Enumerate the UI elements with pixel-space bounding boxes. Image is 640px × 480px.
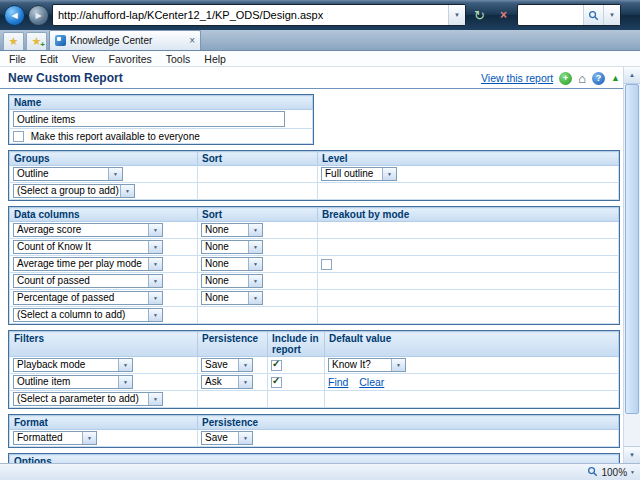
scroll-top-icon[interactable]: ▲ bbox=[611, 74, 620, 83]
refresh-icon: ↻ bbox=[474, 8, 485, 23]
zoom-control[interactable]: 100% ▼ bbox=[587, 463, 635, 480]
options-header: Options bbox=[10, 455, 619, 464]
home-icon[interactable]: ⌂ bbox=[578, 72, 586, 85]
back-icon: ◀ bbox=[11, 11, 17, 20]
column-select-2[interactable]: Count of Know It▼ bbox=[13, 240, 163, 254]
filter-row: Playback mode▼ Save▼ ✓ Know It?▼ bbox=[10, 357, 619, 374]
filter-row: Outline item▼ Ask▼ ✓ Find Clear bbox=[10, 374, 619, 391]
page-content: New Custom Report View this report + ⌂ ?… bbox=[0, 67, 640, 463]
data-columns-section: Data columns Sort Breakout by mode Avera… bbox=[8, 206, 620, 325]
column-select-3[interactable]: Average time per play mode▼ bbox=[13, 257, 163, 271]
browser-titlebar: ◀ ▶ http://ahufford-lap/KCenter12_1/KP_O… bbox=[0, 0, 640, 30]
add-report-icon[interactable]: + bbox=[559, 72, 572, 85]
format-section: Format Persistence Formatted▼ Save▼ bbox=[8, 414, 620, 448]
url-text: http://ahufford-lap/KCenter12_1/KP_ODS/D… bbox=[58, 9, 448, 21]
clear-link[interactable]: Clear bbox=[359, 376, 384, 388]
format-select[interactable]: Formatted▼ bbox=[13, 431, 97, 445]
filter-select-1[interactable]: Playback mode▼ bbox=[13, 358, 133, 372]
chevron-down-icon: ▼ bbox=[148, 309, 162, 321]
breakout-header: Breakout by mode bbox=[318, 208, 619, 222]
chevron-down-icon: ▼ bbox=[148, 241, 162, 253]
menu-file[interactable]: File bbox=[2, 53, 33, 65]
refresh-button[interactable]: ↻ bbox=[469, 5, 490, 26]
persistence-select-2[interactable]: Ask▼ bbox=[201, 375, 253, 389]
search-box[interactable]: ▼ bbox=[517, 4, 621, 26]
filter-select-2[interactable]: Outline item▼ bbox=[13, 375, 133, 389]
sort-select-4[interactable]: None▼ bbox=[201, 274, 263, 288]
format-persistence-header: Persistence bbox=[198, 416, 619, 430]
menu-help[interactable]: Help bbox=[197, 53, 233, 65]
chevron-down-icon: ▼ bbox=[248, 275, 262, 287]
add-parameter-row: (Select a parameter to add)▼ bbox=[10, 391, 619, 408]
chevron-down-icon: ▼ bbox=[108, 168, 122, 180]
include-checkbox-1[interactable]: ✓ bbox=[271, 360, 282, 371]
stop-button[interactable]: × bbox=[493, 5, 514, 26]
persistence-select-1[interactable]: Save▼ bbox=[201, 358, 253, 372]
tab-knowledge-center[interactable]: Knowledge Center × bbox=[49, 30, 201, 50]
forward-button[interactable]: ▶ bbox=[28, 5, 49, 26]
format-persistence-select[interactable]: Save▼ bbox=[201, 431, 253, 445]
format-header: Format bbox=[10, 416, 198, 430]
search-icon[interactable] bbox=[583, 5, 603, 25]
zoom-level: 100% bbox=[601, 467, 627, 478]
breakout-checkbox[interactable]: ✓ bbox=[321, 259, 332, 270]
filters-header: Filters bbox=[10, 332, 198, 357]
help-icon[interactable]: ? bbox=[592, 72, 605, 85]
include-checkbox-2[interactable]: ✓ bbox=[271, 377, 282, 388]
menu-tools[interactable]: Tools bbox=[159, 53, 198, 65]
tab-close-icon[interactable]: × bbox=[189, 36, 195, 46]
level-select[interactable]: Full outline▼ bbox=[321, 167, 397, 181]
scroll-up-icon[interactable]: ▲ bbox=[624, 67, 640, 84]
groups-level-header: Level bbox=[318, 152, 619, 166]
column-select-1[interactable]: Average score▼ bbox=[13, 223, 163, 237]
view-report-link[interactable]: View this report bbox=[481, 72, 553, 84]
menu-bar: File Edit View Favorites Tools Help bbox=[0, 51, 640, 67]
scrollbar-thumb[interactable] bbox=[625, 84, 639, 414]
chevron-down-icon: ▼ bbox=[248, 241, 262, 253]
scroll-down-icon[interactable]: ▼ bbox=[624, 446, 640, 463]
chevron-down-icon: ▼ bbox=[148, 275, 162, 287]
tab-title: Knowledge Center bbox=[70, 35, 185, 46]
column-select-5[interactable]: Percentage of passed▼ bbox=[13, 291, 163, 305]
group-select[interactable]: Outline▼ bbox=[13, 167, 123, 181]
address-bar[interactable]: http://ahufford-lap/KCenter12_1/KP_ODS/D… bbox=[52, 4, 466, 26]
status-bar: 100% ▼ bbox=[0, 463, 640, 480]
menu-edit[interactable]: Edit bbox=[33, 53, 65, 65]
column-select-4[interactable]: Count of passed▼ bbox=[13, 274, 163, 288]
filters-section: Filters Persistence Include in report De… bbox=[8, 330, 620, 409]
add-favorite-button[interactable]: ★+ bbox=[26, 32, 47, 50]
add-group-select[interactable]: (Select a group to add)▼ bbox=[13, 184, 135, 198]
zoom-dropdown-icon[interactable]: ▼ bbox=[630, 469, 635, 475]
data-column-row: Average score▼ None▼ bbox=[10, 222, 619, 239]
find-link[interactable]: Find bbox=[328, 376, 348, 388]
share-checkbox[interactable]: ✓ bbox=[13, 131, 24, 142]
favorites-center-button[interactable]: ★ bbox=[3, 32, 24, 50]
group-row: Outline▼ Full outline▼ bbox=[10, 166, 619, 183]
report-name-input[interactable] bbox=[13, 111, 285, 127]
menu-view[interactable]: View bbox=[65, 53, 102, 65]
chevron-down-icon: ▼ bbox=[238, 432, 252, 444]
add-column-select[interactable]: (Select a column to add)▼ bbox=[13, 308, 163, 322]
chevron-down-icon: ▼ bbox=[82, 432, 96, 444]
sort-select-5[interactable]: None▼ bbox=[201, 291, 263, 305]
vertical-scrollbar[interactable]: ▲ ▼ bbox=[623, 67, 640, 463]
columns-sort-header: Sort bbox=[198, 208, 318, 222]
columns-header: Data columns bbox=[10, 208, 198, 222]
sort-select-3[interactable]: None▼ bbox=[201, 257, 263, 271]
add-column-row: (Select a column to add)▼ bbox=[10, 307, 619, 324]
default-value-select[interactable]: Know It?▼ bbox=[328, 358, 406, 372]
groups-sort-header: Sort bbox=[198, 152, 318, 166]
add-group-row: (Select a group to add)▼ bbox=[10, 183, 619, 200]
sort-select-2[interactable]: None▼ bbox=[201, 240, 263, 254]
search-dropdown-icon[interactable]: ▼ bbox=[603, 5, 620, 25]
data-column-row: Count of passed▼ None▼ bbox=[10, 273, 619, 290]
name-section-header: Name bbox=[10, 96, 313, 110]
add-parameter-select[interactable]: (Select a parameter to add)▼ bbox=[13, 392, 163, 406]
tab-favicon-icon bbox=[55, 35, 66, 46]
tab-bar: ★ ★+ Knowledge Center × bbox=[0, 30, 640, 51]
address-dropdown-icon[interactable]: ▼ bbox=[448, 5, 465, 25]
stop-icon: × bbox=[500, 8, 507, 22]
sort-select-1[interactable]: None▼ bbox=[201, 223, 263, 237]
back-button[interactable]: ◀ bbox=[4, 5, 25, 26]
menu-favorites[interactable]: Favorites bbox=[102, 53, 159, 65]
